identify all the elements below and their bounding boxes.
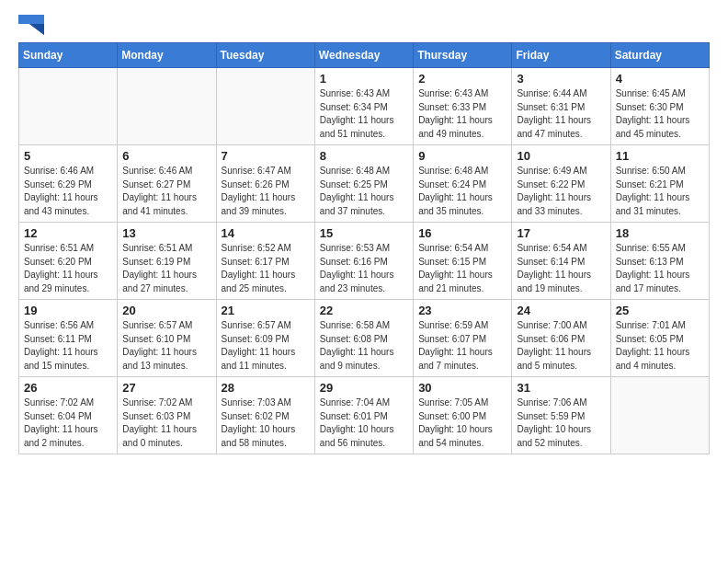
day-info: Sunrise: 7:05 AM Sunset: 6:00 PM Dayligh…: [418, 396, 506, 450]
day-info: Sunrise: 6:43 AM Sunset: 6:33 PM Dayligh…: [418, 87, 506, 141]
day-cell: 1Sunrise: 6:43 AM Sunset: 6:34 PM Daylig…: [314, 68, 413, 145]
day-info: Sunrise: 6:46 AM Sunset: 6:27 PM Dayligh…: [122, 165, 210, 218]
day-cell: 14Sunrise: 6:52 AM Sunset: 6:17 PM Dayli…: [216, 223, 314, 300]
day-number: 29: [320, 381, 408, 395]
day-info: Sunrise: 6:48 AM Sunset: 6:24 PM Dayligh…: [418, 165, 506, 218]
day-number: 20: [122, 304, 210, 317]
day-info: Sunrise: 6:48 AM Sunset: 6:25 PM Dayligh…: [320, 165, 408, 218]
day-cell: 17Sunrise: 6:54 AM Sunset: 6:14 PM Dayli…: [512, 223, 610, 300]
day-cell: [216, 68, 314, 145]
day-number: 1: [320, 72, 408, 86]
day-number: 14: [222, 226, 310, 240]
day-number: 31: [517, 381, 605, 395]
day-number: 25: [616, 304, 704, 317]
day-info: Sunrise: 6:55 AM Sunset: 6:13 PM Dayligh…: [616, 242, 704, 295]
day-number: 7: [222, 149, 310, 163]
day-number: 6: [122, 149, 210, 163]
day-cell: 10Sunrise: 6:49 AM Sunset: 6:22 PM Dayli…: [512, 145, 610, 223]
day-number: 8: [320, 149, 408, 163]
weekday-header-monday: Monday: [118, 43, 216, 68]
day-number: 10: [517, 149, 605, 163]
day-number: 21: [222, 304, 310, 317]
day-number: 9: [418, 149, 506, 163]
day-number: 30: [418, 381, 506, 395]
week-row-3: 12Sunrise: 6:51 AM Sunset: 6:20 PM Dayli…: [19, 223, 710, 300]
day-number: 19: [24, 304, 112, 317]
day-number: 26: [24, 381, 112, 395]
day-number: 12: [24, 226, 112, 240]
day-number: 17: [517, 226, 605, 240]
day-info: Sunrise: 6:45 AM Sunset: 6:30 PM Dayligh…: [616, 87, 704, 141]
day-info: Sunrise: 6:57 AM Sunset: 6:10 PM Dayligh…: [122, 319, 210, 373]
day-cell: 24Sunrise: 7:00 AM Sunset: 6:06 PM Dayli…: [512, 300, 610, 377]
day-info: Sunrise: 7:00 AM Sunset: 6:06 PM Dayligh…: [517, 319, 605, 373]
week-row-4: 19Sunrise: 6:56 AM Sunset: 6:11 PM Dayli…: [19, 300, 710, 377]
day-info: Sunrise: 7:06 AM Sunset: 5:59 PM Dayligh…: [517, 396, 605, 450]
day-info: Sunrise: 6:50 AM Sunset: 6:21 PM Dayligh…: [616, 165, 704, 218]
day-cell: 29Sunrise: 7:04 AM Sunset: 6:01 PM Dayli…: [314, 377, 413, 454]
day-number: 13: [122, 226, 210, 240]
day-cell: 25Sunrise: 7:01 AM Sunset: 6:05 PM Dayli…: [610, 300, 709, 377]
week-row-5: 26Sunrise: 7:02 AM Sunset: 6:04 PM Dayli…: [19, 377, 710, 454]
day-cell: 18Sunrise: 6:55 AM Sunset: 6:13 PM Dayli…: [610, 223, 709, 300]
weekday-header-tuesday: Tuesday: [216, 43, 314, 68]
day-info: Sunrise: 6:57 AM Sunset: 6:09 PM Dayligh…: [222, 319, 310, 373]
day-info: Sunrise: 6:51 AM Sunset: 6:19 PM Dayligh…: [122, 242, 210, 295]
svg-marker-2: [29, 24, 44, 35]
day-cell: 4Sunrise: 6:45 AM Sunset: 6:30 PM Daylig…: [610, 68, 709, 145]
day-number: 5: [24, 149, 112, 163]
day-number: 24: [517, 304, 605, 317]
day-number: 22: [320, 304, 408, 317]
weekday-header-thursday: Thursday: [414, 43, 512, 68]
weekday-header-wednesday: Wednesday: [314, 43, 413, 68]
week-row-2: 5Sunrise: 6:46 AM Sunset: 6:29 PM Daylig…: [19, 145, 710, 223]
logo: [18, 15, 48, 35]
day-info: Sunrise: 6:58 AM Sunset: 6:08 PM Dayligh…: [320, 319, 408, 373]
day-info: Sunrise: 7:02 AM Sunset: 6:03 PM Dayligh…: [122, 396, 210, 450]
day-info: Sunrise: 6:51 AM Sunset: 6:20 PM Dayligh…: [24, 242, 112, 295]
day-cell: 20Sunrise: 6:57 AM Sunset: 6:10 PM Dayli…: [118, 300, 216, 377]
day-cell: 12Sunrise: 6:51 AM Sunset: 6:20 PM Dayli…: [19, 223, 118, 300]
day-cell: 5Sunrise: 6:46 AM Sunset: 6:29 PM Daylig…: [19, 145, 118, 223]
day-cell: 13Sunrise: 6:51 AM Sunset: 6:19 PM Dayli…: [118, 223, 216, 300]
day-cell: [19, 68, 118, 145]
day-info: Sunrise: 7:02 AM Sunset: 6:04 PM Dayligh…: [24, 396, 112, 450]
svg-rect-0: [18, 15, 29, 24]
day-cell: 15Sunrise: 6:53 AM Sunset: 6:16 PM Dayli…: [314, 223, 413, 300]
day-number: 4: [616, 72, 704, 86]
logo-icon: [18, 15, 44, 35]
day-info: Sunrise: 6:47 AM Sunset: 6:26 PM Dayligh…: [222, 165, 310, 218]
day-number: 23: [418, 304, 506, 317]
day-cell: 26Sunrise: 7:02 AM Sunset: 6:04 PM Dayli…: [19, 377, 118, 454]
weekday-header-saturday: Saturday: [610, 43, 709, 68]
page: SundayMondayTuesdayWednesdayThursdayFrid…: [0, 0, 728, 464]
day-info: Sunrise: 7:03 AM Sunset: 6:02 PM Dayligh…: [222, 396, 310, 450]
weekday-header-row: SundayMondayTuesdayWednesdayThursdayFrid…: [19, 43, 710, 68]
day-cell: 23Sunrise: 6:59 AM Sunset: 6:07 PM Dayli…: [414, 300, 512, 377]
day-info: Sunrise: 6:59 AM Sunset: 6:07 PM Dayligh…: [418, 319, 506, 373]
day-cell: [610, 377, 709, 454]
day-cell: 28Sunrise: 7:03 AM Sunset: 6:02 PM Dayli…: [216, 377, 314, 454]
day-cell: 2Sunrise: 6:43 AM Sunset: 6:33 PM Daylig…: [414, 68, 512, 145]
day-info: Sunrise: 7:04 AM Sunset: 6:01 PM Dayligh…: [320, 396, 408, 450]
day-info: Sunrise: 6:54 AM Sunset: 6:14 PM Dayligh…: [517, 242, 605, 295]
day-number: 27: [122, 381, 210, 395]
day-cell: 22Sunrise: 6:58 AM Sunset: 6:08 PM Dayli…: [314, 300, 413, 377]
day-cell: 3Sunrise: 6:44 AM Sunset: 6:31 PM Daylig…: [512, 68, 610, 145]
header: [18, 15, 710, 35]
day-info: Sunrise: 6:46 AM Sunset: 6:29 PM Dayligh…: [24, 165, 112, 218]
day-cell: 6Sunrise: 6:46 AM Sunset: 6:27 PM Daylig…: [118, 145, 216, 223]
day-info: Sunrise: 6:52 AM Sunset: 6:17 PM Dayligh…: [222, 242, 310, 295]
calendar-table: SundayMondayTuesdayWednesdayThursdayFrid…: [18, 42, 710, 454]
weekday-header-sunday: Sunday: [19, 43, 118, 68]
day-cell: 19Sunrise: 6:56 AM Sunset: 6:11 PM Dayli…: [19, 300, 118, 377]
day-cell: 31Sunrise: 7:06 AM Sunset: 5:59 PM Dayli…: [512, 377, 610, 454]
day-number: 28: [222, 381, 310, 395]
day-cell: [118, 68, 216, 145]
week-row-1: 1Sunrise: 6:43 AM Sunset: 6:34 PM Daylig…: [19, 68, 710, 145]
day-cell: 8Sunrise: 6:48 AM Sunset: 6:25 PM Daylig…: [314, 145, 413, 223]
day-info: Sunrise: 7:01 AM Sunset: 6:05 PM Dayligh…: [616, 319, 704, 373]
day-number: 16: [418, 226, 506, 240]
day-info: Sunrise: 6:53 AM Sunset: 6:16 PM Dayligh…: [320, 242, 408, 295]
day-cell: 27Sunrise: 7:02 AM Sunset: 6:03 PM Dayli…: [118, 377, 216, 454]
